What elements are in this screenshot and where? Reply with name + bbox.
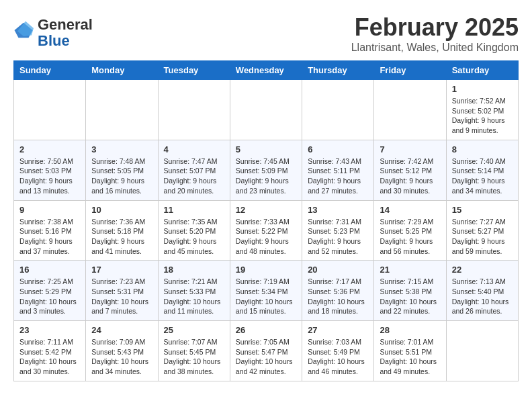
day-number: 13	[308, 205, 368, 215]
day-info: Sunrise: 7:13 AM Sunset: 5:40 PM Dayligh…	[452, 277, 513, 316]
day-info: Sunrise: 7:19 AM Sunset: 5:34 PM Dayligh…	[236, 277, 296, 316]
weekday-header-monday: Monday	[86, 61, 158, 80]
day-info: Sunrise: 7:03 AM Sunset: 5:49 PM Dayligh…	[308, 337, 368, 377]
day-cell: 23Sunrise: 7:11 AM Sunset: 5:42 PM Dayli…	[14, 321, 86, 381]
day-info: Sunrise: 7:31 AM Sunset: 5:23 PM Dayligh…	[308, 217, 368, 257]
day-number: 5	[236, 144, 296, 154]
day-cell: 11Sunrise: 7:35 AM Sunset: 5:20 PM Dayli…	[158, 200, 230, 261]
weekday-header-row: SundayMondayTuesdayWednesdayThursdayFrid…	[14, 61, 519, 80]
day-info: Sunrise: 7:52 AM Sunset: 5:02 PM Dayligh…	[452, 96, 513, 136]
day-cell: 28Sunrise: 7:01 AM Sunset: 5:51 PM Dayli…	[374, 321, 446, 381]
day-info: Sunrise: 7:38 AM Sunset: 5:16 PM Dayligh…	[19, 217, 80, 257]
day-cell	[302, 80, 374, 140]
day-cell: 2Sunrise: 7:50 AM Sunset: 5:03 PM Daylig…	[14, 140, 86, 200]
day-info: Sunrise: 7:21 AM Sunset: 5:33 PM Dayligh…	[164, 277, 224, 316]
day-cell: 17Sunrise: 7:23 AM Sunset: 5:31 PM Dayli…	[86, 261, 158, 321]
day-info: Sunrise: 7:27 AM Sunset: 5:27 PM Dayligh…	[452, 217, 513, 257]
day-number: 14	[380, 205, 440, 215]
day-info: Sunrise: 7:15 AM Sunset: 5:38 PM Dayligh…	[380, 277, 440, 316]
calendar-table: SundayMondayTuesdayWednesdayThursdayFrid…	[13, 60, 519, 381]
day-cell: 24Sunrise: 7:09 AM Sunset: 5:43 PM Dayli…	[86, 321, 158, 381]
day-info: Sunrise: 7:05 AM Sunset: 5:47 PM Dayligh…	[236, 337, 296, 377]
day-info: Sunrise: 7:09 AM Sunset: 5:43 PM Dayligh…	[91, 337, 152, 377]
day-number: 16	[19, 265, 80, 275]
day-cell	[158, 80, 230, 140]
day-info: Sunrise: 7:48 AM Sunset: 5:05 PM Dayligh…	[91, 156, 152, 196]
day-number: 7	[380, 144, 440, 154]
day-cell: 25Sunrise: 7:07 AM Sunset: 5:45 PM Dayli…	[158, 321, 230, 381]
day-info: Sunrise: 7:40 AM Sunset: 5:14 PM Dayligh…	[452, 156, 513, 196]
day-number: 21	[380, 265, 440, 275]
weekday-header-thursday: Thursday	[302, 61, 374, 80]
weekday-header-saturday: Saturday	[446, 61, 518, 80]
day-info: Sunrise: 7:07 AM Sunset: 5:45 PM Dayligh…	[164, 337, 224, 377]
day-cell	[446, 321, 518, 381]
day-info: Sunrise: 7:47 AM Sunset: 5:07 PM Dayligh…	[164, 156, 224, 196]
day-cell: 18Sunrise: 7:21 AM Sunset: 5:33 PM Dayli…	[158, 261, 230, 321]
day-number: 15	[452, 205, 513, 215]
day-info: Sunrise: 7:36 AM Sunset: 5:18 PM Dayligh…	[91, 217, 152, 257]
day-number: 24	[91, 325, 152, 335]
weekday-header-friday: Friday	[374, 61, 446, 80]
day-cell: 14Sunrise: 7:29 AM Sunset: 5:25 PM Dayli…	[374, 200, 446, 261]
location: Llantrisant, Wales, United Kingdom	[351, 42, 519, 54]
day-info: Sunrise: 7:11 AM Sunset: 5:42 PM Dayligh…	[19, 337, 80, 377]
day-number: 22	[452, 265, 513, 275]
day-cell	[374, 80, 446, 140]
logo-blue: Blue	[38, 33, 93, 49]
day-cell: 21Sunrise: 7:15 AM Sunset: 5:38 PM Dayli…	[374, 261, 446, 321]
week-row-4: 16Sunrise: 7:25 AM Sunset: 5:29 PM Dayli…	[14, 261, 519, 321]
day-cell: 15Sunrise: 7:27 AM Sunset: 5:27 PM Dayli…	[446, 200, 518, 261]
day-number: 12	[236, 205, 296, 215]
day-info: Sunrise: 7:50 AM Sunset: 5:03 PM Dayligh…	[19, 156, 80, 196]
logo-general: General	[38, 17, 93, 33]
day-info: Sunrise: 7:17 AM Sunset: 5:36 PM Dayligh…	[308, 277, 368, 316]
day-cell: 9Sunrise: 7:38 AM Sunset: 5:16 PM Daylig…	[14, 200, 86, 261]
day-number: 4	[164, 144, 224, 154]
day-number: 3	[91, 144, 152, 154]
day-info: Sunrise: 7:23 AM Sunset: 5:31 PM Dayligh…	[91, 277, 152, 316]
week-row-3: 9Sunrise: 7:38 AM Sunset: 5:16 PM Daylig…	[14, 200, 519, 261]
day-cell: 22Sunrise: 7:13 AM Sunset: 5:40 PM Dayli…	[446, 261, 518, 321]
day-info: Sunrise: 7:01 AM Sunset: 5:51 PM Dayligh…	[380, 337, 440, 377]
week-row-1: 1Sunrise: 7:52 AM Sunset: 5:02 PM Daylig…	[14, 80, 519, 140]
month-title: February 2025	[351, 13, 519, 42]
day-info: Sunrise: 7:35 AM Sunset: 5:20 PM Dayligh…	[164, 217, 224, 257]
day-number: 25	[164, 325, 224, 335]
day-info: Sunrise: 7:45 AM Sunset: 5:09 PM Dayligh…	[236, 156, 296, 196]
weekday-header-wednesday: Wednesday	[230, 61, 302, 80]
day-cell: 19Sunrise: 7:19 AM Sunset: 5:34 PM Dayli…	[230, 261, 302, 321]
logo: General Blue	[13, 17, 93, 49]
day-cell: 13Sunrise: 7:31 AM Sunset: 5:23 PM Dayli…	[302, 200, 374, 261]
week-row-2: 2Sunrise: 7:50 AM Sunset: 5:03 PM Daylig…	[14, 140, 519, 200]
day-number: 27	[308, 325, 368, 335]
day-cell: 8Sunrise: 7:40 AM Sunset: 5:14 PM Daylig…	[446, 140, 518, 200]
day-cell	[86, 80, 158, 140]
day-number: 23	[19, 325, 80, 335]
day-cell: 4Sunrise: 7:47 AM Sunset: 5:07 PM Daylig…	[158, 140, 230, 200]
day-cell: 20Sunrise: 7:17 AM Sunset: 5:36 PM Dayli…	[302, 261, 374, 321]
day-number: 11	[164, 205, 224, 215]
weekday-header-tuesday: Tuesday	[158, 61, 230, 80]
day-cell: 27Sunrise: 7:03 AM Sunset: 5:49 PM Dayli…	[302, 321, 374, 381]
day-cell: 3Sunrise: 7:48 AM Sunset: 5:05 PM Daylig…	[86, 140, 158, 200]
title-section: February 2025 Llantrisant, Wales, United…	[351, 13, 519, 54]
day-info: Sunrise: 7:33 AM Sunset: 5:22 PM Dayligh…	[236, 217, 296, 257]
header: General Blue February 2025 Llantrisant, …	[13, 13, 519, 54]
day-number: 6	[308, 144, 368, 154]
day-info: Sunrise: 7:42 AM Sunset: 5:12 PM Dayligh…	[380, 156, 440, 196]
day-number: 26	[236, 325, 296, 335]
day-cell: 26Sunrise: 7:05 AM Sunset: 5:47 PM Dayli…	[230, 321, 302, 381]
day-cell: 1Sunrise: 7:52 AM Sunset: 5:02 PM Daylig…	[446, 80, 518, 140]
day-number: 2	[19, 144, 80, 154]
day-number: 20	[308, 265, 368, 275]
day-number: 9	[19, 205, 80, 215]
day-number: 8	[452, 144, 513, 154]
day-cell: 7Sunrise: 7:42 AM Sunset: 5:12 PM Daylig…	[374, 140, 446, 200]
weekday-header-sunday: Sunday	[14, 61, 86, 80]
logo-icon	[13, 20, 34, 40]
day-cell: 10Sunrise: 7:36 AM Sunset: 5:18 PM Dayli…	[86, 200, 158, 261]
day-info: Sunrise: 7:43 AM Sunset: 5:11 PM Dayligh…	[308, 156, 368, 196]
day-number: 18	[164, 265, 224, 275]
day-number: 19	[236, 265, 296, 275]
